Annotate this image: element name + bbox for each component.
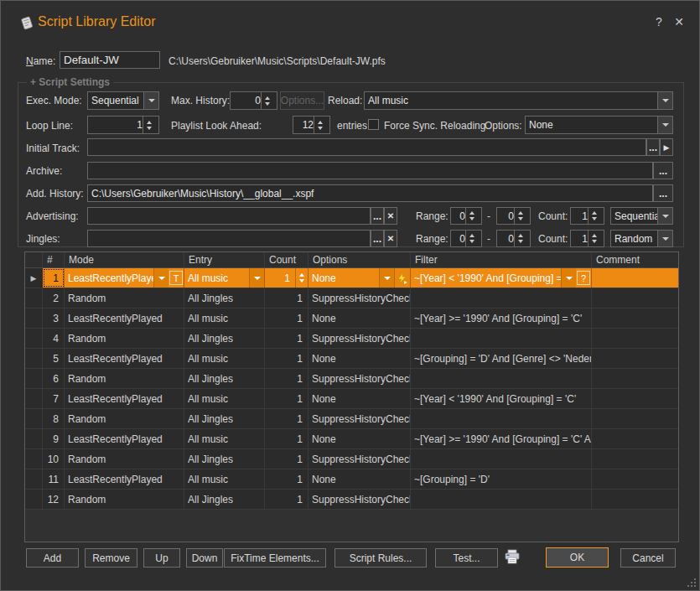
cell-mode[interactable]: Random: [65, 490, 184, 509]
cell-comment[interactable]: [592, 349, 678, 368]
cell-num[interactable]: 1: [43, 268, 65, 288]
table-row[interactable]: 12RandomAll Jingles1SuppressHistoryCheck: [25, 490, 678, 510]
spinner-arrows-icon[interactable]: [588, 231, 600, 246]
advertising-count-spinner[interactable]: 1: [570, 207, 604, 225]
advertising-mode-select[interactable]: Sequential: [610, 207, 673, 225]
cell-filter[interactable]: [411, 490, 592, 509]
cell-comment[interactable]: [592, 469, 678, 489]
cell-mode[interactable]: Random: [65, 409, 184, 428]
cell-num[interactable]: 3: [43, 308, 65, 328]
test-button[interactable]: Test...: [435, 548, 498, 568]
cell-filter[interactable]: ~[Year] < '1990' And [Grouping] = 'C...?: [411, 268, 592, 288]
cell-options[interactable]: None: [309, 429, 411, 448]
cell-filter[interactable]: ~[Year] < '1990' And [Grouping] = 'C': [411, 389, 592, 408]
initial-track-browse-button[interactable]: ...: [646, 138, 660, 156]
cell-mode[interactable]: LeastRecentlyPlayed: [65, 389, 184, 408]
cell-entry[interactable]: All Jingles: [184, 288, 265, 308]
cell-mode[interactable]: LeastRecentlyPlayed: [65, 308, 184, 328]
chevron-down-icon[interactable]: [657, 92, 672, 109]
col-header-comment[interactable]: Comment: [592, 252, 678, 267]
cell-count[interactable]: 1: [265, 369, 309, 388]
chevron-down-icon[interactable]: [379, 268, 394, 288]
spinner-arrows-icon[interactable]: [465, 208, 478, 224]
cell-mode[interactable]: Random: [65, 369, 184, 388]
cell-mode[interactable]: Random: [65, 329, 184, 348]
cell-comment[interactable]: [592, 449, 678, 469]
chevron-down-icon[interactable]: [249, 268, 264, 288]
cell-options[interactable]: None: [309, 308, 411, 328]
cell-num[interactable]: 8: [43, 409, 65, 428]
cell-options[interactable]: SuppressHistoryCheck: [309, 369, 411, 388]
resize-grip[interactable]: [687, 578, 696, 587]
cell-options[interactable]: None: [309, 389, 411, 408]
cell-entry[interactable]: All Jingles: [184, 329, 265, 348]
cell-filter[interactable]: ~[Grouping] = 'D' And [Genre] <> 'Nederp…: [411, 349, 592, 368]
add-history-browse-button[interactable]: ...: [653, 184, 673, 202]
cell-count[interactable]: 1: [265, 429, 309, 448]
initial-track-play-button[interactable]: ▶: [660, 138, 673, 156]
cell-options[interactable]: None: [309, 349, 411, 368]
cell-comment[interactable]: [592, 490, 678, 509]
cancel-button[interactable]: Cancel: [620, 548, 676, 568]
initial-track-field[interactable]: [87, 138, 646, 156]
options-select[interactable]: None: [525, 116, 673, 134]
table-row[interactable]: 5LeastRecentlyPlayedAll music1None~[Grou…: [25, 349, 678, 369]
cell-entry[interactable]: All Jingles: [184, 369, 265, 388]
cell-count[interactable]: 1: [265, 389, 309, 408]
name-input[interactable]: [60, 51, 160, 69]
cell-comment[interactable]: [592, 409, 678, 428]
cell-entry[interactable]: All Jingles: [184, 490, 265, 509]
chevron-down-icon[interactable]: [657, 117, 672, 133]
cell-count[interactable]: 1: [265, 449, 309, 469]
ok-button[interactable]: OK: [546, 547, 609, 568]
cell-count[interactable]: 1: [265, 469, 309, 489]
cell-filter[interactable]: [411, 329, 592, 348]
col-header-filter[interactable]: Filter: [411, 252, 592, 267]
cell-options[interactable]: None: [309, 469, 411, 489]
cell-num[interactable]: 12: [43, 490, 65, 509]
cell-count[interactable]: 1: [265, 308, 309, 328]
table-row[interactable]: 8RandomAll Jingles1SuppressHistoryCheck: [25, 409, 678, 429]
cell-num[interactable]: 11: [43, 469, 65, 489]
cell-mode[interactable]: Random: [65, 288, 184, 308]
cell-comment[interactable]: [592, 369, 678, 388]
cell-filter[interactable]: [411, 449, 592, 469]
cell-count[interactable]: 1: [265, 490, 309, 509]
cell-mode[interactable]: Random: [65, 449, 184, 469]
cell-filter[interactable]: ~[Year] >= '1990' And [Grouping] = 'C': [411, 308, 592, 328]
jingles-count-spinner[interactable]: 1: [570, 230, 604, 247]
table-row[interactable]: 6RandomAll Jingles1SuppressHistoryCheck: [25, 369, 678, 389]
archive-browse-button[interactable]: ...: [653, 162, 673, 179]
cell-entry[interactable]: All music: [184, 469, 265, 489]
cell-mode[interactable]: LeastRecentlyPlayedT: [65, 268, 184, 288]
chevron-down-icon[interactable]: [143, 92, 158, 109]
cell-mode[interactable]: LeastRecentlyPlayed: [65, 429, 184, 448]
table-row[interactable]: 11LeastRecentlyPlayedAll music1None~[Gro…: [25, 469, 678, 490]
cell-entry[interactable]: All music: [184, 429, 265, 448]
jingles-clear-button[interactable]: ✕: [384, 230, 397, 247]
spinner-arrows-icon[interactable]: [143, 117, 155, 133]
cell-options[interactable]: SuppressHistoryCheck: [309, 490, 411, 509]
jingles-field[interactable]: [87, 230, 371, 247]
fixtime-elements-button[interactable]: FixTime Elements...: [224, 548, 326, 568]
script-rules-button[interactable]: Script Rules...: [334, 548, 427, 568]
cell-num[interactable]: 6: [43, 369, 65, 388]
help-button[interactable]: ?: [651, 15, 666, 29]
cell-count[interactable]: 1: [265, 349, 309, 368]
archive-field[interactable]: [87, 162, 653, 179]
cell-entry[interactable]: All music: [184, 349, 265, 368]
cell-entry[interactable]: All music: [184, 308, 265, 328]
cell-entry[interactable]: All Jingles: [184, 409, 265, 428]
advertising-browse-button[interactable]: ...: [371, 207, 384, 225]
spinner-arrows-icon[interactable]: [514, 208, 526, 224]
cell-options[interactable]: SuppressHistoryCheck: [309, 449, 411, 469]
cell-num[interactable]: 5: [43, 349, 65, 368]
cell-options[interactable]: SuppressHistoryCheck: [309, 409, 411, 428]
col-header-count[interactable]: Count: [265, 252, 309, 267]
cell-entry[interactable]: All Jingles: [184, 449, 265, 469]
col-header-options[interactable]: Options: [309, 252, 411, 267]
cell-count[interactable]: 1: [265, 329, 309, 348]
cell-mode[interactable]: LeastRecentlyPlayed: [65, 469, 184, 489]
chevron-down-icon[interactable]: [153, 268, 169, 288]
cell-entry[interactable]: All music: [184, 268, 265, 288]
